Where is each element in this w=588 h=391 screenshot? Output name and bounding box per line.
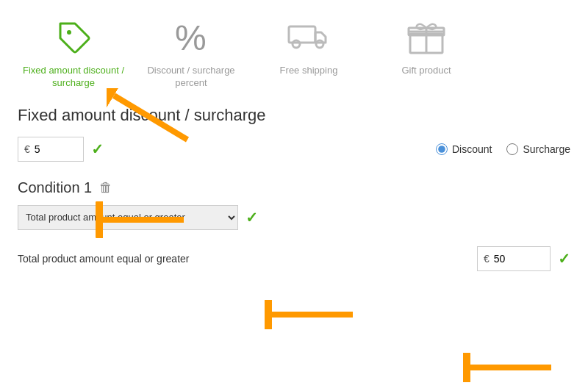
amount-input[interactable] bbox=[35, 143, 71, 155]
condition-header: Condition 1 🗑 bbox=[18, 179, 570, 196]
card-free-shipping[interactable]: Free shipping bbox=[250, 7, 368, 86]
card-discount-percent[interactable]: % Discount / surcharge percent bbox=[132, 7, 250, 98]
card-gift-product[interactable]: Gift product bbox=[368, 7, 485, 86]
radio-discount[interactable]: Discount bbox=[436, 143, 492, 155]
arrow-3 bbox=[265, 300, 360, 329]
svg-rect-2 bbox=[289, 26, 315, 43]
main-content: Fixed amount discount / surcharge € ✓ Di… bbox=[0, 98, 588, 271]
svg-point-0 bbox=[67, 30, 71, 35]
gift-icon bbox=[404, 15, 448, 59]
card-row: Fixed amount discount / surcharge % Disc… bbox=[0, 0, 588, 98]
radio-discount-input[interactable] bbox=[436, 143, 448, 155]
truck-icon bbox=[287, 15, 331, 59]
radio-surcharge-label: Surcharge bbox=[523, 143, 570, 155]
svg-point-4 bbox=[316, 40, 323, 48]
card-fixed-amount-label: Fixed amount discount / surcharge bbox=[22, 65, 125, 90]
bottom-condition-row: Total product amount equal or greater € … bbox=[18, 246, 570, 271]
radio-surcharge-input[interactable] bbox=[506, 143, 518, 155]
card-free-shipping-label: Free shipping bbox=[280, 65, 338, 77]
radio-surcharge[interactable]: Surcharge bbox=[506, 143, 570, 155]
euro-prefix: € bbox=[24, 143, 30, 155]
svg-point-3 bbox=[293, 40, 300, 48]
condition-amount-input[interactable] bbox=[494, 253, 538, 265]
amount-input-wrapper: € bbox=[18, 137, 84, 162]
amount-check-icon: ✓ bbox=[91, 140, 104, 158]
condition-check-icon: ✓ bbox=[558, 250, 570, 268]
tag-icon bbox=[51, 15, 96, 59]
arrow-4 bbox=[463, 353, 559, 382]
condition-amount-wrapper: € bbox=[477, 246, 551, 271]
select-check-icon: ✓ bbox=[245, 209, 258, 226]
condition-select[interactable]: Total product amount equal or greater To… bbox=[18, 205, 238, 230]
trash-icon[interactable]: 🗑 bbox=[99, 180, 112, 196]
condition-euro-prefix: € bbox=[484, 253, 490, 265]
card-fixed-amount[interactable]: Fixed amount discount / surcharge bbox=[15, 7, 132, 98]
radio-discount-label: Discount bbox=[452, 143, 492, 155]
section-title: Fixed amount discount / surcharge bbox=[18, 106, 570, 125]
card-gift-product-label: Gift product bbox=[401, 65, 451, 77]
radio-group: Discount Surcharge bbox=[436, 143, 570, 155]
select-row: Total product amount equal or greater To… bbox=[18, 205, 570, 230]
percent-icon: % bbox=[169, 15, 213, 59]
condition-bottom-label: Total product amount equal or greater bbox=[18, 253, 470, 265]
svg-text:%: % bbox=[175, 18, 207, 56]
card-discount-percent-label: Discount / surcharge percent bbox=[140, 65, 243, 90]
condition-title: Condition 1 bbox=[18, 179, 92, 196]
amount-row: € ✓ Discount Surcharge bbox=[18, 137, 570, 162]
